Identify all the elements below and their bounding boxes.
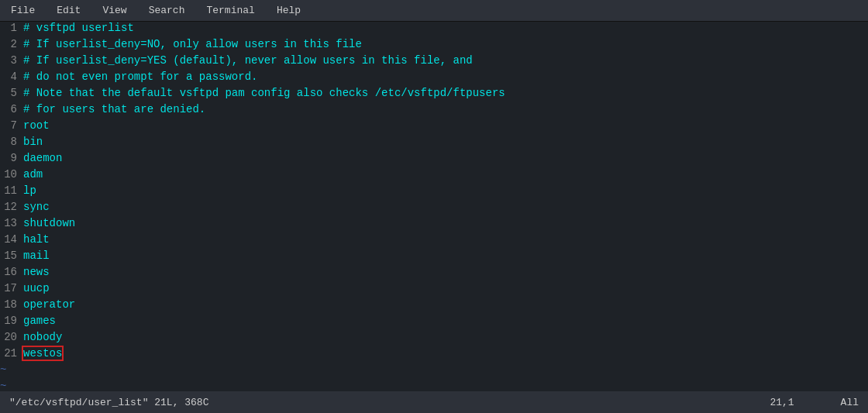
line-number: 21: [0, 347, 23, 360]
editor-line: 2# If userlist_deny=NO, only allow users…: [0, 38, 868, 54]
line-number: 2: [0, 38, 23, 50]
line-content: # vsftpd userlist: [23, 22, 134, 34]
editor-line: 14halt: [0, 233, 868, 250]
menu-file[interactable]: File: [6, 3, 40, 18]
editor-line: 3# If userlist_deny=YES (default), never…: [0, 54, 868, 71]
menu-bar: File Edit View Search Terminal Help: [0, 0, 868, 22]
editor-line: 9daemon: [0, 152, 868, 168]
line-number: 9: [0, 152, 23, 164]
line-content: adm: [23, 168, 43, 181]
menu-view[interactable]: View: [98, 3, 131, 18]
line-number: 7: [0, 119, 23, 132]
line-number: 17: [0, 282, 23, 294]
editor-line: 5# Note that the default vsftpd pam conf…: [0, 87, 868, 103]
tilde-line: ~: [0, 380, 868, 391]
line-number: 15: [0, 250, 23, 262]
editor-line: 16news: [0, 266, 868, 282]
editor-line: 19games: [0, 315, 868, 331]
line-content: daemon: [23, 152, 62, 164]
line-content: # If userlist_deny=YES (default), never …: [23, 54, 473, 67]
line-content: bin: [23, 136, 43, 148]
editor-line: 15mail: [0, 250, 868, 266]
line-number: 14: [0, 233, 23, 246]
line-content: shutdown: [23, 217, 75, 229]
line-number: 18: [0, 298, 23, 311]
editor-line: 12sync: [0, 201, 868, 217]
menu-edit[interactable]: Edit: [52, 3, 85, 18]
line-number: 19: [0, 315, 23, 327]
line-content: news: [23, 266, 50, 278]
cursor-highlight: westos: [23, 347, 62, 360]
line-number: 4: [0, 71, 23, 83]
line-number: 10: [0, 168, 23, 181]
editor-line: 6# for users that are denied.: [0, 103, 868, 119]
line-content: operator: [23, 298, 75, 311]
editor-line: 1# vsftpd userlist: [0, 22, 868, 38]
line-content: games: [23, 315, 56, 327]
line-number: 13: [0, 217, 23, 229]
menu-terminal[interactable]: Terminal: [202, 3, 259, 18]
line-content: # Note that the default vsftpd pam confi…: [23, 87, 505, 99]
line-content: sync: [23, 201, 50, 213]
editor-line: 4# do not even prompt for a password.: [0, 71, 868, 87]
line-number: 11: [0, 184, 23, 197]
line-number: 1: [0, 22, 23, 34]
line-number: 3: [0, 54, 23, 67]
editor-line: 18operator: [0, 298, 868, 315]
status-cursor-pos: 21,1: [770, 397, 794, 408]
status-scroll: All: [841, 397, 859, 408]
menu-help[interactable]: Help: [272, 3, 305, 18]
line-content: root: [23, 119, 50, 132]
editor-line: 21westos: [0, 347, 868, 363]
tilde-line: ~: [0, 363, 868, 380]
editor-line: 7root: [0, 119, 868, 136]
status-file-info: "/etc/vsftpd/user_list" 21L, 368C: [9, 397, 208, 408]
line-number: 6: [0, 103, 23, 115]
editor-area[interactable]: 1# vsftpd userlist2# If userlist_deny=NO…: [0, 22, 868, 391]
line-number: 8: [0, 136, 23, 148]
line-content: uucp: [23, 282, 50, 294]
editor-line: 8bin: [0, 136, 868, 152]
line-content: halt: [23, 233, 50, 246]
editor-line: 13shutdown: [0, 217, 868, 233]
editor-line: 10adm: [0, 168, 868, 184]
line-content: # for users that are denied.: [23, 103, 205, 115]
line-content: # do not even prompt for a password.: [23, 71, 257, 83]
editor-line: 11lp: [0, 184, 868, 201]
line-number: 16: [0, 266, 23, 278]
line-content: nobody: [23, 331, 62, 343]
line-content: # If userlist_deny=NO, only allow users …: [23, 38, 362, 50]
menu-search[interactable]: Search: [144, 3, 190, 18]
line-content: westos: [23, 347, 62, 360]
line-content: lp: [23, 184, 36, 197]
line-number: 20: [0, 331, 23, 343]
editor-line: 17uucp: [0, 282, 868, 298]
editor-line: 20nobody: [0, 331, 868, 347]
line-number: 12: [0, 201, 23, 213]
status-bar: "/etc/vsftpd/user_list" 21L, 368C 21,1 A…: [0, 391, 868, 413]
line-content: mail: [23, 250, 50, 262]
line-number: 5: [0, 87, 23, 99]
